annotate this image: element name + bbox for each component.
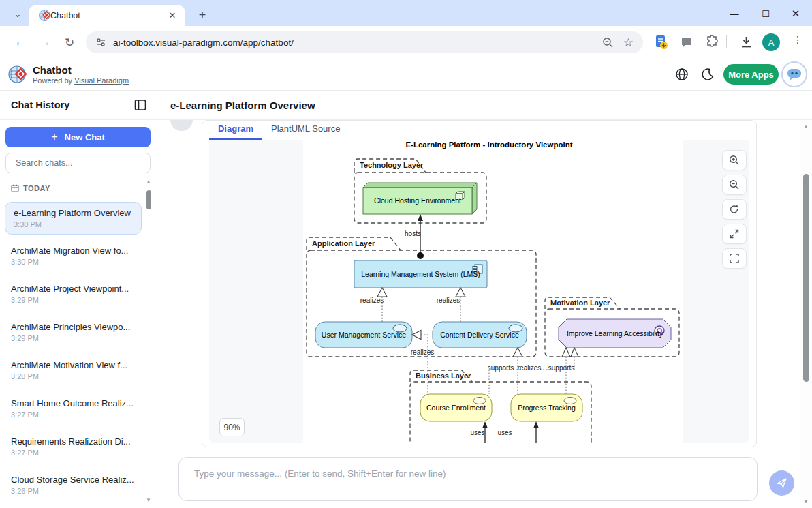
new-chat-label: New Chat bbox=[65, 132, 105, 143]
extension-docs-icon[interactable] bbox=[654, 35, 669, 50]
powered-by: Powered by Visual Paradigm bbox=[33, 76, 129, 85]
visual-paradigm-link[interactable]: Visual Paradigm bbox=[74, 76, 129, 85]
extensions-puzzle-icon[interactable] bbox=[706, 35, 719, 48]
conversation-title: e-Learning Platform Overview bbox=[170, 100, 315, 111]
fullscreen-button[interactable] bbox=[722, 248, 747, 269]
message-input[interactable] bbox=[178, 457, 758, 501]
visual-paradigm-logo bbox=[7, 64, 28, 85]
node-lms[interactable]: Learning Management System (LMS) bbox=[354, 260, 487, 288]
zoom-out-page-icon[interactable] bbox=[602, 37, 614, 48]
layer-label-technology: Technology Layer bbox=[360, 161, 423, 169]
chat-history-item[interactable]: ArchiMate Motivation View f... 3:28 PM bbox=[11, 360, 147, 380]
relation-label-realizes: realizes bbox=[352, 297, 392, 304]
relation-label-realizes: realizes bbox=[402, 348, 443, 356]
more-apps-button[interactable]: More Apps bbox=[723, 64, 779, 85]
window-close-button[interactable]: ✕ bbox=[785, 5, 806, 22]
reload-icon[interactable]: ↻ bbox=[60, 33, 79, 52]
fullscreen-corners-icon bbox=[729, 253, 740, 264]
chat-history-item[interactable]: Smart Home Outcome Realiz... 3:27 PM bbox=[11, 398, 147, 419]
url-bar[interactable]: ai-toolbox.visual-paradigm.com/app/chatb… bbox=[86, 31, 643, 53]
plus-icon: + bbox=[51, 131, 57, 143]
tab-plantuml-source[interactable]: PlantUML Source bbox=[271, 123, 340, 134]
language-globe-icon[interactable] bbox=[675, 68, 689, 81]
send-button[interactable] bbox=[769, 470, 794, 496]
chat-history-item[interactable]: ArchiMate Project Viewpoint... 3:29 PM bbox=[11, 284, 147, 304]
new-tab-button[interactable]: + bbox=[193, 6, 211, 24]
reset-zoom-button[interactable] bbox=[722, 199, 747, 220]
profile-avatar[interactable]: A bbox=[762, 33, 780, 51]
page-scrollbar-thumb[interactable] bbox=[803, 174, 809, 382]
sidebar-scroll-up-icon[interactable]: ▲ bbox=[146, 179, 151, 185]
send-paper-plane-icon bbox=[776, 477, 787, 489]
fit-expand-button[interactable] bbox=[722, 224, 747, 244]
expand-arrows-icon bbox=[729, 228, 740, 239]
zoom-out-icon bbox=[729, 179, 740, 190]
tab-title: Chatbot bbox=[50, 11, 166, 20]
reset-icon bbox=[729, 204, 740, 215]
chatbot-widget-button[interactable] bbox=[781, 61, 807, 87]
sidebar-scrollbar-thumb[interactable] bbox=[146, 190, 151, 209]
node-cloud-hosting[interactable]: Cloud Hosting Environment bbox=[363, 188, 472, 214]
toolbar-divider bbox=[726, 35, 727, 48]
tab-search-chevron-icon[interactable]: ⌄ bbox=[8, 5, 27, 23]
zoom-in-icon bbox=[729, 155, 740, 166]
window-maximize-button[interactable]: ☐ bbox=[755, 5, 776, 22]
layer-label-business: Business Layer bbox=[416, 372, 471, 380]
calendar-icon bbox=[11, 184, 19, 192]
comment-icon[interactable] bbox=[681, 36, 693, 48]
site-settings-icon[interactable] bbox=[95, 37, 106, 48]
collapse-sidebar-icon[interactable] bbox=[134, 99, 146, 111]
tab-close-icon[interactable]: ✕ bbox=[166, 10, 178, 22]
node-course-enrollment[interactable]: Course Enrollment bbox=[420, 394, 492, 421]
node-progress-tracking[interactable]: Progress Tracking bbox=[511, 394, 582, 421]
relation-label-realizes: realizes bbox=[428, 297, 469, 304]
layer-label-motivation: Motivation Layer bbox=[550, 299, 610, 307]
node-content-delivery-service[interactable]: Content Delivery Service bbox=[433, 322, 527, 348]
relation-label-uses: uses bbox=[484, 429, 525, 436]
zoom-level-badge: 90% bbox=[219, 418, 245, 436]
back-icon[interactable]: ← bbox=[11, 33, 30, 52]
new-chat-button[interactable]: + New Chat bbox=[5, 127, 151, 147]
window-minimize-button[interactable]: — bbox=[724, 5, 745, 22]
tab-diagram[interactable]: Diagram bbox=[209, 123, 262, 134]
forward-icon[interactable]: → bbox=[35, 33, 54, 52]
node-user-management-service[interactable]: User Management Service bbox=[315, 322, 412, 348]
zoom-in-button[interactable] bbox=[722, 150, 747, 170]
browser-menu-kebab-icon[interactable]: ⋮ bbox=[791, 34, 805, 50]
app-name: Chatbot bbox=[33, 64, 72, 76]
favicon-vp-icon bbox=[39, 10, 50, 21]
dark-mode-moon-icon[interactable] bbox=[701, 68, 715, 81]
download-icon[interactable] bbox=[740, 35, 753, 48]
layer-label-application: Application Layer bbox=[312, 239, 375, 248]
app-header bbox=[0, 59, 812, 91]
page-scroll-up-icon[interactable]: ▲ bbox=[803, 123, 809, 130]
node-goal-accessibility[interactable]: Improve Learning Accessibility bbox=[559, 319, 671, 348]
chat-history-item[interactable]: Requirements Realization Di... 3:27 PM bbox=[11, 436, 147, 457]
chat-history-item[interactable]: Cloud Storage Service Realiz... 3:26 PM bbox=[11, 475, 147, 495]
chat-history-item[interactable]: ArchiMate Migration View fo... 3:30 PM bbox=[11, 245, 147, 266]
bookmark-star-icon[interactable]: ☆ bbox=[623, 35, 634, 50]
search-chats-input[interactable] bbox=[5, 153, 151, 173]
page-scroll-down-icon[interactable]: ▼ bbox=[803, 498, 809, 505]
chat-history-item[interactable]: ArchiMate Principles Viewpo... 3:29 PM bbox=[11, 322, 147, 342]
url-text: ai-toolbox.visual-paradigm.com/app/chatb… bbox=[113, 38, 602, 48]
browser-tab[interactable]: Chatbot ✕ bbox=[29, 5, 185, 26]
zoom-out-button[interactable] bbox=[722, 175, 747, 195]
chat-history-item-selected[interactable]: e-Learning Platform Overview 3:30 PM bbox=[5, 202, 142, 235]
relation-label-supports: supports bbox=[541, 364, 582, 372]
today-section-header: TODAY bbox=[11, 184, 50, 192]
assistant-avatar bbox=[166, 120, 200, 135]
sidebar-title: Chat History bbox=[11, 100, 69, 110]
relation-label-hosts: hosts bbox=[392, 230, 433, 237]
diagram-viewport[interactable]: E-Learning Platform - Introductory Viewp… bbox=[209, 140, 749, 443]
chat-bubble-icon bbox=[786, 67, 802, 82]
sidebar-scroll-down-icon[interactable]: ▼ bbox=[146, 497, 151, 503]
diagram-title: E-Learning Platform - Introductory Viewp… bbox=[353, 140, 625, 149]
